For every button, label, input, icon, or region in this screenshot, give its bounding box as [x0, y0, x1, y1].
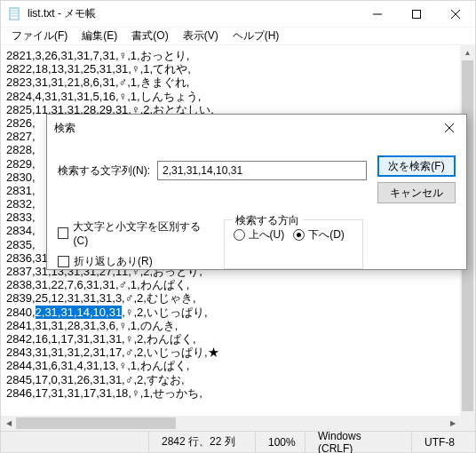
- match-case-label: 大文字と小文字を区別する(C): [73, 219, 209, 247]
- match-case-checkbox[interactable]: [58, 227, 68, 239]
- svg-rect-1: [413, 10, 421, 18]
- status-empty: [1, 432, 148, 452]
- cancel-button[interactable]: キャンセル: [377, 182, 456, 203]
- menu-edit[interactable]: 編集(E): [75, 27, 124, 45]
- horizontal-scroll-thumb[interactable]: [16, 417, 176, 429]
- menu-format[interactable]: 書式(O): [124, 27, 175, 45]
- direction-up-radio[interactable]: [234, 229, 245, 241]
- direction-down-radio[interactable]: [293, 229, 305, 241]
- wrap-around-checkbox[interactable]: [58, 256, 69, 267]
- window-title: list.txt - メモ帳: [28, 6, 358, 21]
- find-dialog: 検索 検索する文字列(N): 次を検索(F) キャンセル 大文字と小文字を区別す…: [46, 114, 467, 270]
- menu-help[interactable]: ヘルプ(H): [226, 27, 287, 45]
- status-zoom: 100%: [255, 432, 305, 452]
- find-next-button[interactable]: 次を検索(F): [377, 155, 456, 177]
- direction-down-label: 下へ(D): [308, 227, 345, 242]
- dialog-close-button[interactable]: [440, 118, 459, 138]
- wrap-around-label: 折り返しあり(R): [74, 254, 153, 269]
- scroll-up-icon[interactable]: ▲: [460, 45, 475, 60]
- search-label: 検索する文字列(N):: [58, 163, 150, 179]
- menu-view[interactable]: 表示(V): [176, 27, 226, 45]
- horizontal-scrollbar[interactable]: ◀ ▶: [1, 416, 475, 431]
- scroll-right-icon[interactable]: ▶: [445, 416, 460, 431]
- direction-up-label: 上へ(U): [249, 227, 285, 242]
- menu-file[interactable]: ファイル(F): [4, 27, 75, 45]
- search-input[interactable]: [157, 161, 367, 180]
- minimize-button[interactable]: [358, 1, 397, 28]
- scroll-left-icon[interactable]: ◀: [1, 416, 16, 431]
- close-button[interactable]: [436, 1, 475, 28]
- status-position: 2842 行、22 列: [148, 432, 255, 452]
- dialog-title: 検索: [54, 121, 440, 136]
- direction-legend: 検索する方向: [232, 213, 303, 228]
- status-eol: Windows (CRLF): [305, 432, 411, 452]
- maximize-button[interactable]: [397, 1, 436, 28]
- notepad-icon: [8, 7, 22, 21]
- status-encoding: UTF-8: [411, 432, 475, 452]
